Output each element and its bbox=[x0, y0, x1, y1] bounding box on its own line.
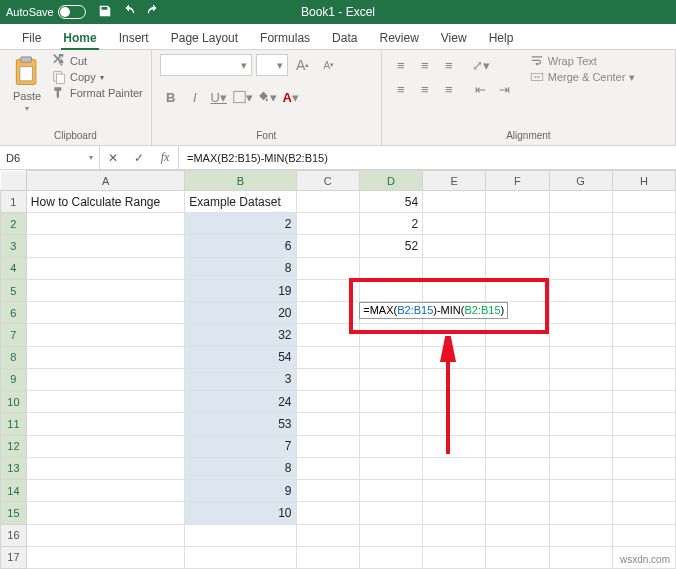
row-header-5[interactable]: 5 bbox=[1, 279, 27, 301]
toggle-switch[interactable] bbox=[58, 5, 86, 19]
cell-H14[interactable] bbox=[612, 480, 675, 502]
grid[interactable]: ABCDEFGH 1How to Calculate RangeExample … bbox=[0, 170, 676, 569]
copy-button[interactable]: Copy▾ bbox=[52, 70, 143, 84]
cell-B16[interactable] bbox=[185, 524, 296, 546]
cell-H13[interactable] bbox=[612, 457, 675, 479]
bold-button[interactable]: B bbox=[160, 86, 182, 108]
cell-B12[interactable]: 7 bbox=[185, 435, 296, 457]
cell-D3[interactable]: 52 bbox=[359, 235, 422, 257]
tab-review[interactable]: Review bbox=[369, 27, 428, 49]
save-icon[interactable] bbox=[98, 4, 112, 21]
cell-F9[interactable] bbox=[486, 368, 549, 390]
cell-E12[interactable] bbox=[423, 435, 486, 457]
tab-view[interactable]: View bbox=[431, 27, 477, 49]
cell-F1[interactable] bbox=[486, 191, 549, 213]
cell-C3[interactable] bbox=[296, 235, 359, 257]
cell-D13[interactable] bbox=[359, 457, 422, 479]
cell-F3[interactable] bbox=[486, 235, 549, 257]
cell-B4[interactable]: 8 bbox=[185, 257, 296, 279]
cell-H2[interactable] bbox=[612, 213, 675, 235]
cell-F12[interactable] bbox=[486, 435, 549, 457]
font-name-select[interactable]: ▾ bbox=[160, 54, 252, 76]
cell-E17[interactable] bbox=[423, 546, 486, 568]
paste-button[interactable]: Paste ▾ bbox=[8, 54, 46, 128]
cell-C10[interactable] bbox=[296, 391, 359, 413]
align-right-button[interactable]: ≡ bbox=[438, 78, 460, 100]
formula-input[interactable]: =MAX(B2:B15)-MIN(B2:B15) bbox=[179, 146, 676, 169]
cell-B17[interactable] bbox=[185, 546, 296, 568]
cell-C14[interactable] bbox=[296, 480, 359, 502]
cell-C7[interactable] bbox=[296, 324, 359, 346]
underline-button[interactable]: U▾ bbox=[208, 86, 230, 108]
row-header-13[interactable]: 13 bbox=[1, 457, 27, 479]
column-header-E[interactable]: E bbox=[423, 171, 486, 191]
cell-G6[interactable] bbox=[549, 302, 612, 324]
tab-home[interactable]: Home bbox=[53, 27, 106, 49]
cell-A6[interactable] bbox=[26, 302, 185, 324]
cell-F16[interactable] bbox=[486, 524, 549, 546]
cell-D5[interactable] bbox=[359, 279, 422, 301]
cell-E3[interactable] bbox=[423, 235, 486, 257]
align-bottom-button[interactable]: ≡ bbox=[438, 54, 460, 76]
align-left-button[interactable]: ≡ bbox=[390, 78, 412, 100]
cell-D12[interactable] bbox=[359, 435, 422, 457]
row-header-3[interactable]: 3 bbox=[1, 235, 27, 257]
column-header-H[interactable]: H bbox=[612, 171, 675, 191]
column-header-A[interactable]: A bbox=[26, 171, 185, 191]
cell-G4[interactable] bbox=[549, 257, 612, 279]
cell-C6[interactable] bbox=[296, 302, 359, 324]
cell-D4[interactable] bbox=[359, 257, 422, 279]
align-center-button[interactable]: ≡ bbox=[414, 78, 436, 100]
cell-G14[interactable] bbox=[549, 480, 612, 502]
column-header-B[interactable]: B bbox=[185, 171, 296, 191]
spreadsheet[interactable]: ABCDEFGH 1How to Calculate RangeExample … bbox=[0, 170, 676, 569]
row-header-6[interactable]: 6 bbox=[1, 302, 27, 324]
cell-A7[interactable] bbox=[26, 324, 185, 346]
cell-E7[interactable] bbox=[423, 324, 486, 346]
cell-G1[interactable] bbox=[549, 191, 612, 213]
cell-E10[interactable] bbox=[423, 391, 486, 413]
name-box[interactable]: D6▾ bbox=[0, 146, 100, 169]
cell-A12[interactable] bbox=[26, 435, 185, 457]
tab-page-layout[interactable]: Page Layout bbox=[161, 27, 248, 49]
cell-A2[interactable] bbox=[26, 213, 185, 235]
cell-C5[interactable] bbox=[296, 279, 359, 301]
column-header-G[interactable]: G bbox=[549, 171, 612, 191]
merge-center-button[interactable]: Merge & Center ▾ bbox=[530, 70, 636, 84]
cell-C15[interactable] bbox=[296, 502, 359, 524]
cancel-formula-button[interactable]: ✕ bbox=[100, 146, 126, 169]
cell-A9[interactable] bbox=[26, 368, 185, 390]
decrease-indent-button[interactable]: ⇤ bbox=[470, 78, 492, 100]
column-header-C[interactable]: C bbox=[296, 171, 359, 191]
cell-E9[interactable] bbox=[423, 368, 486, 390]
cell-H6[interactable] bbox=[612, 302, 675, 324]
cell-H9[interactable] bbox=[612, 368, 675, 390]
tab-help[interactable]: Help bbox=[479, 27, 524, 49]
cell-H8[interactable] bbox=[612, 346, 675, 368]
cell-G9[interactable] bbox=[549, 368, 612, 390]
column-header-D[interactable]: D bbox=[359, 171, 422, 191]
cell-A13[interactable] bbox=[26, 457, 185, 479]
cell-B2[interactable]: 2 bbox=[185, 213, 296, 235]
cell-A14[interactable] bbox=[26, 480, 185, 502]
cell-C9[interactable] bbox=[296, 368, 359, 390]
accept-formula-button[interactable]: ✓ bbox=[126, 146, 152, 169]
row-header-15[interactable]: 15 bbox=[1, 502, 27, 524]
column-header-F[interactable]: F bbox=[486, 171, 549, 191]
cell-B5[interactable]: 19 bbox=[185, 279, 296, 301]
cell-A17[interactable] bbox=[26, 546, 185, 568]
cell-H11[interactable] bbox=[612, 413, 675, 435]
cell-A11[interactable] bbox=[26, 413, 185, 435]
cell-G10[interactable] bbox=[549, 391, 612, 413]
cell-B1[interactable]: Example Dataset bbox=[185, 191, 296, 213]
cell-F13[interactable] bbox=[486, 457, 549, 479]
shrink-font-button[interactable]: A▾ bbox=[318, 54, 340, 76]
cell-A1[interactable]: How to Calculate Range bbox=[26, 191, 185, 213]
cell-G15[interactable] bbox=[549, 502, 612, 524]
cell-G8[interactable] bbox=[549, 346, 612, 368]
cell-F4[interactable] bbox=[486, 257, 549, 279]
cell-F5[interactable] bbox=[486, 279, 549, 301]
tab-insert[interactable]: Insert bbox=[109, 27, 159, 49]
row-header-8[interactable]: 8 bbox=[1, 346, 27, 368]
increase-indent-button[interactable]: ⇥ bbox=[494, 78, 516, 100]
